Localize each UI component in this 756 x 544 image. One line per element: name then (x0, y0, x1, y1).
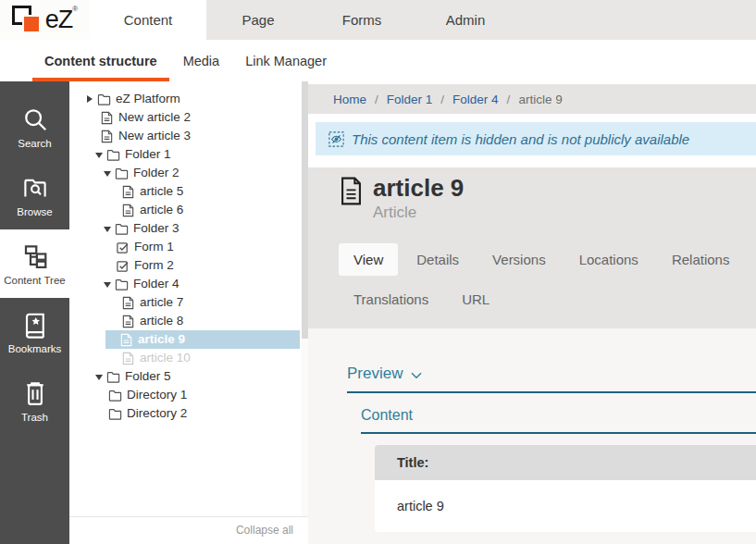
sidebar-item-content-tree[interactable]: Content Tree (0, 229, 69, 298)
tree-item-article-9-selected[interactable]: article 9 (105, 330, 300, 349)
tree-item-directory-2[interactable]: Directory 2 (69, 404, 308, 423)
folder-icon (115, 167, 129, 180)
subnav-media[interactable]: Media (171, 40, 232, 81)
bookmarks-icon (21, 311, 49, 339)
main-content: Home / Folder 1 / Folder 4 / article 9 T… (308, 81, 756, 544)
folder-icon (108, 389, 122, 402)
page-title: article 9 (373, 174, 464, 202)
preview-section-header[interactable]: Preview (347, 328, 756, 393)
tree-item-article-10-hidden[interactable]: article 10 (69, 349, 308, 367)
tab-relations[interactable]: Relations (657, 243, 745, 276)
tree-item-new-article-3[interactable]: New article 3 (69, 127, 308, 145)
preview-section-label: Preview (347, 365, 403, 383)
browse-icon (21, 174, 49, 202)
breadcrumb-separator: / (440, 93, 444, 106)
tab-url[interactable]: URL (447, 283, 504, 315)
tab-view[interactable]: View (339, 243, 398, 276)
tree-scrollbar-thumb[interactable] (302, 81, 308, 339)
sidebar-item-label: Browse (17, 206, 52, 217)
ez-logo: eZ ® (12, 4, 78, 37)
sidebar-item-browse[interactable]: Browse (0, 161, 69, 229)
main-nav: Content Page Forms Admin (90, 0, 517, 40)
ez-platform-admin: eZ ® Content Page Forms Admin Content st… (0, 0, 756, 544)
breadcrumb-folder-4-link[interactable]: Folder 4 (452, 93, 499, 106)
tree-item-folder-1[interactable]: Folder 1 (69, 145, 308, 164)
hidden-content-notice-text: This content item is hidden and is not p… (352, 131, 689, 147)
tree-item-directory-1[interactable]: Directory 1 (69, 386, 308, 404)
content-tabs: View Details Versions Locations Relation… (339, 243, 756, 315)
sub-nav: Content structure Media Link Manager (0, 40, 756, 81)
sidebar: Search Browse Content Tree Bookmarks Tra… (0, 81, 69, 544)
sidebar-item-bookmarks[interactable]: Bookmarks (0, 298, 69, 366)
breadcrumb-folder-1-link[interactable]: Folder 1 (387, 93, 433, 106)
breadcrumb-home-link[interactable]: Home (333, 93, 366, 106)
subnav-content-structure[interactable]: Content structure (32, 40, 169, 81)
tab-locations[interactable]: Locations (564, 243, 653, 276)
folder-icon (108, 407, 122, 421)
content-section-header: Content (361, 393, 756, 434)
expander-expanded-icon[interactable] (95, 375, 103, 380)
folder-icon (115, 222, 129, 236)
form-icon (116, 259, 130, 273)
logo-area[interactable]: eZ ® (0, 0, 90, 40)
article-icon (121, 352, 135, 365)
tab-content[interactable]: Content (90, 0, 206, 40)
sidebar-item-label: Bookmarks (8, 343, 62, 354)
sidebar-item-search[interactable]: Search (0, 93, 69, 161)
tree-item-folder-3[interactable]: Folder 3 (69, 219, 308, 238)
tree-item-form-2[interactable]: Form 2 (69, 256, 308, 275)
content-header: article 9 Article View Details Versions … (308, 167, 756, 328)
folder-icon (115, 278, 129, 291)
tree-item-folder-4[interactable]: Folder 4 (69, 275, 308, 293)
article-icon (121, 315, 135, 328)
view-tab-panel: Preview Content Title: article 9 (308, 328, 756, 544)
sidebar-item-label: Search (18, 138, 51, 149)
expander-expanded-icon[interactable] (104, 282, 111, 288)
ez-logo-squares-icon (12, 6, 45, 37)
field-value-title: article 9 (375, 480, 756, 532)
content-type-label: Article (373, 203, 464, 223)
tree-item-new-article-2[interactable]: New article 2 (69, 108, 308, 127)
folder-icon (106, 370, 120, 384)
tree-item-folder-5[interactable]: Folder 5 (69, 367, 308, 386)
tab-forms[interactable]: Forms (310, 0, 414, 40)
article-icon (100, 130, 114, 143)
article-icon (100, 111, 114, 125)
tab-details[interactable]: Details (402, 243, 474, 276)
folder-icon (97, 93, 111, 106)
tree-item-ez-platform[interactable]: eZ Platform (69, 90, 308, 108)
expander-expanded-icon[interactable] (95, 153, 103, 158)
sidebar-item-trash[interactable]: Trash (0, 366, 69, 435)
expander-expanded-icon[interactable] (104, 227, 111, 232)
collapse-all-button[interactable]: Collapse all (236, 524, 293, 537)
tab-page[interactable]: Page (206, 0, 310, 40)
tab-admin[interactable]: Admin (414, 0, 517, 40)
content-tree-icon (21, 242, 49, 270)
article-icon (121, 204, 135, 217)
sidebar-item-label: Trash (21, 412, 48, 423)
tree-item-article-6[interactable]: article 6 (69, 201, 308, 219)
sidebar-item-label: Content Tree (4, 275, 65, 286)
hidden-eye-icon (328, 131, 344, 147)
tree-item-form-1[interactable]: Form 1 (69, 238, 308, 256)
article-icon (119, 333, 133, 347)
expander-collapsed-icon[interactable] (87, 95, 93, 103)
hidden-content-notice: This content item is hidden and is not p… (316, 122, 756, 155)
breadcrumb-current: article 9 (518, 93, 562, 106)
top-bar: eZ ® Content Page Forms Admin (0, 0, 756, 40)
tree-scrollbar[interactable] (302, 81, 308, 516)
tree-item-folder-2[interactable]: Folder 2 (69, 164, 308, 182)
expander-expanded-icon[interactable] (104, 171, 111, 177)
tab-versions[interactable]: Versions (477, 243, 561, 276)
content-section-label: Content (361, 407, 413, 423)
subnav-link-manager[interactable]: Link Manager (233, 40, 339, 81)
tab-translations[interactable]: Translations (339, 283, 443, 315)
tree-item-article-8[interactable]: article 8 (69, 312, 308, 330)
folder-icon (106, 148, 120, 162)
search-icon (21, 105, 49, 133)
app-body: Search Browse Content Tree Bookmarks Tra… (0, 81, 756, 544)
tree-item-article-5[interactable]: article 5 (69, 182, 308, 201)
chevron-down-icon (411, 372, 422, 379)
registered-mark: ® (72, 5, 78, 13)
tree-item-article-7[interactable]: article 7 (69, 293, 308, 312)
